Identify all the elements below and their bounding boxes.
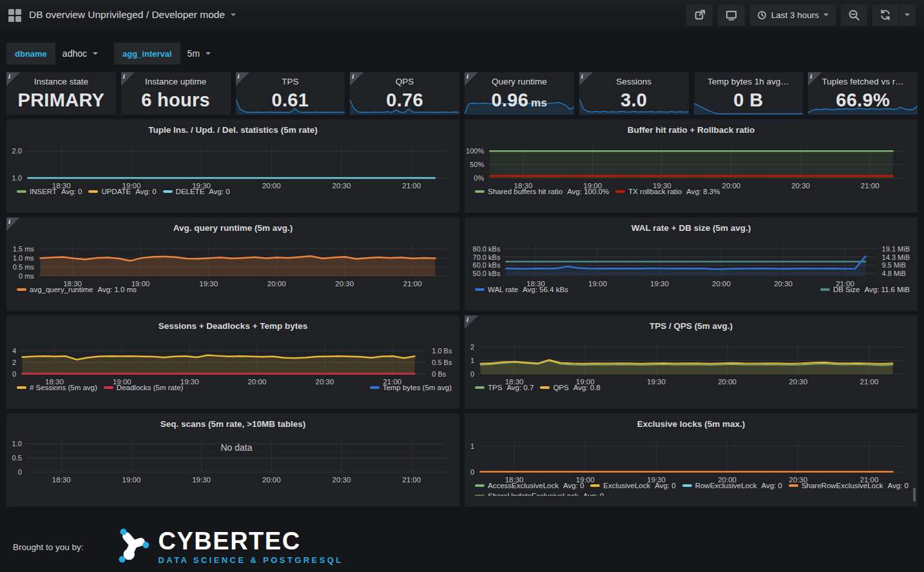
y-axis-label: 0 [18, 468, 22, 476]
info-icon[interactable]: i [236, 72, 249, 86]
x-axis-label: 20:30 [332, 476, 351, 484]
plot-area: 01218:3019:0019:3020:0020:3021:00 [479, 342, 905, 374]
info-icon[interactable]: i [465, 72, 478, 86]
series-color-swatch [475, 495, 485, 496]
legend-item[interactable]: INSERTAvg: 0 [17, 188, 82, 195]
legend-series-name: QPS [553, 384, 568, 391]
legend-item[interactable]: ShareUpdateExclusiveLockAvg: 0 [475, 492, 604, 496]
share-button[interactable] [686, 5, 713, 26]
legend-item[interactable]: Temp bytes (5m avg) [370, 384, 452, 391]
panel-title[interactable]: Buffer hit ratio + Rollback ratio [465, 119, 918, 135]
dashboard-title[interactable]: DB overview Unprivileged / Developer mod… [29, 9, 225, 21]
series-color-swatch [820, 288, 830, 291]
x-axis-label: 18:30 [505, 476, 524, 484]
panel-seq-scans-5m-rate-10mb-tables: Seq. scans (5m rate, >10MB tables)00.51.… [6, 413, 459, 507]
panel-title[interactable]: Avg. query runtime (5m avg.) [6, 217, 459, 233]
x-axis-label: 20:30 [332, 182, 351, 190]
x-axis-label: 21:00 [402, 182, 421, 190]
refresh-interval-dropdown[interactable] [899, 5, 916, 26]
legend-series-name: ExclusiveLock [603, 482, 650, 489]
x-axis-label: 20:30 [789, 378, 807, 386]
info-icon[interactable]: i [350, 72, 363, 86]
stat-value: 6 hours [121, 90, 231, 111]
series-color-swatch [682, 484, 692, 487]
cybertec-logo-mark [115, 528, 152, 566]
legend-avg-value: Avg: 11.6 MiB [864, 286, 910, 293]
legend-item[interactable]: WAL rateAvg: 56.4 kBs [475, 286, 568, 293]
series-color-swatch [475, 288, 485, 291]
legend: TPSAvg: 0.7QPSAvg: 0.8 [475, 382, 910, 393]
dashboard-icon[interactable] [8, 9, 21, 21]
y-axis-label: 0% [474, 174, 484, 182]
cybertec-logo: CYBERTEC DATA SCIENCE & POSTGRESQL [115, 528, 343, 566]
y-axis-label: 50% [470, 161, 484, 168]
no-data-label: No data [220, 442, 252, 453]
panel-title[interactable]: Tuple Ins. / Upd. / Del. statistics (5m … [6, 119, 459, 135]
x-axis-label: 21:00 [836, 280, 854, 288]
x-axis-label: 18:30 [52, 182, 71, 190]
chevron-down-icon[interactable] [231, 14, 236, 16]
panel-title[interactable]: Seq. scans (5m rate, >10MB tables) [6, 413, 459, 429]
refresh-icon [880, 9, 891, 21]
panel-title[interactable]: TPS / QPS (5m avg.) [465, 315, 918, 331]
info-icon[interactable]: i [579, 72, 593, 86]
legend: INSERTAvg: 0UPDATEAvg: 0DELETEAvg: 0 [17, 186, 452, 197]
stat-panel-title: Instance uptime [121, 77, 231, 86]
series-color-swatch [475, 190, 485, 193]
panel-title[interactable]: Exclusive locks (5m max.) [465, 413, 918, 429]
plot-svg [479, 440, 905, 472]
panel-sessions-deadlocks-temp-bytes: Sessions + Deadlocks + Temp bytes0240 Bs… [6, 315, 459, 409]
legend-item[interactable]: AccessExclusiveLockAvg: 0 [475, 482, 584, 489]
info-icon[interactable]: i [808, 72, 822, 86]
navbar-left: DB overview Unprivileged / Developer mod… [8, 9, 236, 21]
stat-value: 0 B [694, 90, 804, 111]
stat-panel-temp-bytes-1h-avg: Temp bytes 1h avg…0 B [694, 72, 804, 115]
stat-value: 0.96ms [465, 90, 574, 111]
legend-series-name: TPS [488, 384, 502, 391]
info-icon[interactable]: i [6, 72, 20, 86]
series-color-swatch [590, 484, 600, 487]
series-color-swatch [540, 386, 550, 389]
y-axis-label-right: 0 Bs [432, 370, 446, 378]
x-axis-label: 21:00 [861, 182, 880, 190]
x-axis-label: 21:00 [403, 280, 422, 288]
time-range-picker[interactable]: Last 3 hours [750, 5, 836, 26]
variable-value-dropdown[interactable]: 5m [180, 43, 218, 64]
legend-scrollbar[interactable] [913, 488, 916, 502]
x-axis-label: 18:30 [63, 280, 82, 288]
variable-label: agg_interval [114, 43, 180, 64]
y-axis-label-right: 1.0 Bs [432, 347, 452, 355]
refresh-button[interactable] [872, 5, 899, 26]
zoom-out-button[interactable] [841, 5, 867, 26]
tv-mode-button[interactable] [718, 5, 745, 26]
variable-value-dropdown[interactable]: adhoc [55, 43, 105, 64]
y-axis-label: 0 [470, 468, 474, 476]
refresh-button-group [872, 5, 916, 26]
y-axis-label: 2 [470, 343, 474, 351]
y-axis-label-right: 9.5 MiB [882, 261, 906, 269]
chevron-down-icon [823, 14, 829, 16]
x-axis-label: 21:00 [860, 378, 879, 386]
x-axis-label: 21:00 [383, 378, 401, 386]
info-icon[interactable]: i [6, 217, 20, 231]
panel-title[interactable]: Sessions + Deadlocks + Temp bytes [6, 315, 459, 331]
info-icon[interactable]: i [121, 72, 135, 86]
stat-panel-tuples-fetched-vs-r: iTuples fetched vs r…66.9% [808, 72, 918, 115]
plot-svg [479, 342, 905, 374]
x-axis-label: 20:00 [722, 182, 740, 190]
y-axis-label: 70.0 kBs [473, 253, 501, 261]
y-axis-label: 50.0 kBs [473, 270, 501, 277]
x-axis-label: 20:30 [789, 476, 807, 484]
navbar-right: Last 3 hours [686, 5, 916, 26]
x-axis-label: 20:00 [712, 280, 731, 288]
legend-item[interactable]: DB SizeAvg: 11.6 MiB [820, 286, 910, 293]
legend-avg-value: Avg: 0 [209, 188, 229, 195]
x-axis-label: 18:30 [526, 280, 545, 288]
panel-buffer-hit-ratio-rollback-ratio: Buffer hit ratio + Rollback ratio0%50%10… [465, 119, 918, 213]
info-icon[interactable]: i [465, 315, 478, 329]
x-axis-label: 19:30 [647, 476, 666, 484]
variable-label: dbname [6, 43, 55, 64]
series-color-swatch [88, 190, 98, 193]
y-axis-label: 1 [470, 357, 474, 364]
panel-title[interactable]: WAL rate + DB size (5m avg.) [465, 217, 918, 233]
